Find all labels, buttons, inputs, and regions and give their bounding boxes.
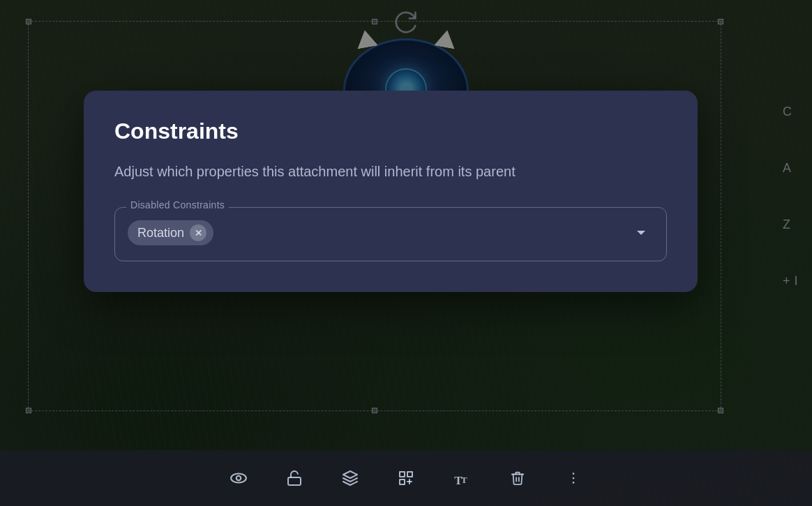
lock-button[interactable] [280,464,308,492]
field-input-row: Rotation ✕ [128,217,654,248]
constraints-dropdown-button[interactable] [629,220,654,245]
modal-description: Adjust which properties this attachment … [114,161,667,182]
more-button[interactable] [559,464,587,492]
svg-point-1 [236,476,241,481]
svg-point-11 [573,473,575,475]
svg-marker-3 [343,471,357,478]
svg-point-0 [231,474,246,483]
rotation-tag: Rotation ✕ [128,220,213,245]
svg-rect-4 [400,472,405,477]
svg-point-12 [573,477,575,480]
delete-button[interactable] [504,464,532,492]
layers-button[interactable] [336,464,364,492]
disabled-constraints-field: Disabled Constraints Rotation ✕ [114,207,667,261]
svg-point-13 [573,482,575,484]
constraints-modal: Constraints Adjust which properties this… [84,91,698,292]
add-frame-button[interactable] [392,464,420,492]
text-style-button[interactable]: T T [448,464,476,492]
rotation-tag-remove[interactable]: ✕ [190,224,206,241]
tags-area: Rotation ✕ [128,220,629,245]
field-label: Disabled Constraints [126,199,229,210]
svg-rect-6 [400,480,405,484]
rotation-tag-label: Rotation [137,226,184,240]
visibility-button[interactable] [225,464,253,492]
svg-rect-2 [288,477,301,485]
svg-rect-5 [407,472,412,477]
modal-title: Constraints [114,118,667,144]
bottom-toolbar: T T [0,450,812,506]
svg-text:T: T [461,475,467,485]
